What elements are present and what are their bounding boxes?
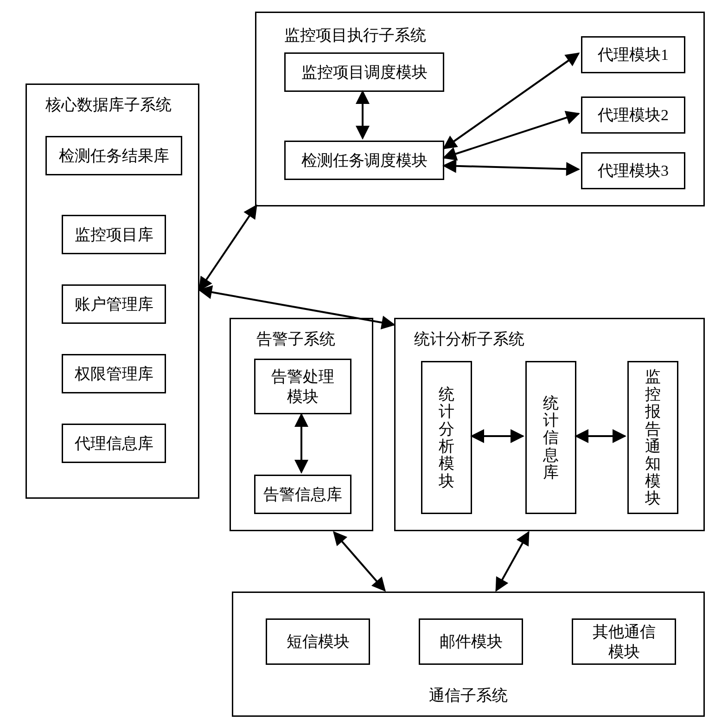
stats-subsystem: 统计分析子系统 统计分析模块 统计信息库 监控报告通知模块 [394,318,705,531]
exec-agent2-label: 代理模块2 [582,105,684,125]
arrow-core-exec [199,206,256,290]
db-agents-label: 代理信息库 [63,433,165,453]
comm-mail: 邮件模块 [419,618,523,665]
stats-store-label: 统计信息库 [527,362,575,513]
core-db-title: 核心数据库子系统 [45,94,172,116]
stats-report-label: 监控报告通知模块 [629,362,677,513]
comm-other-label: 其他通信 模块 [573,622,675,662]
db-accounts: 账户管理库 [62,284,166,324]
arrow-stats-comm [496,532,529,591]
db-perms: 权限管理库 [62,354,166,393]
exec-agent2: 代理模块2 [581,97,685,134]
alarm-store: 告警信息库 [254,475,351,514]
comm-other: 其他通信 模块 [572,618,676,665]
db-perms-label: 权限管理库 [63,364,165,384]
db-projects-label: 监控项目库 [63,225,165,244]
alarm-subsystem: 告警子系统 告警处理 模块 告警信息库 [230,318,373,531]
core-db-subsystem: 核心数据库子系统 检测任务结果库 监控项目库 账户管理库 权限管理库 代理信息库 [26,84,199,499]
db-accounts-label: 账户管理库 [63,294,165,314]
exec-title: 监控项目执行子系统 [284,25,426,46]
exec-agent3-label: 代理模块3 [582,161,684,181]
comm-mail-label: 邮件模块 [420,632,522,652]
stats-store: 统计信息库 [525,361,576,514]
stats-analysis: 统计分析模块 [421,361,472,514]
db-projects: 监控项目库 [62,215,166,254]
exec-project-sched-label: 监控项目调度模块 [286,62,443,82]
exec-task-sched-label: 检测任务调度模块 [286,150,443,170]
exec-project-sched: 监控项目调度模块 [284,52,444,92]
comm-title: 通信子系统 [429,685,508,706]
arrow-alarm-comm [334,532,385,591]
stats-analysis-label: 统计分析模块 [422,362,471,513]
stats-title: 统计分析子系统 [414,328,524,350]
comm-subsystem: 通信子系统 短信模块 邮件模块 其他通信 模块 [232,592,705,717]
exec-agent1: 代理模块1 [581,36,685,73]
alarm-store-label: 告警信息库 [255,484,350,504]
exec-task-sched: 检测任务调度模块 [284,141,444,180]
db-results: 检测任务结果库 [45,136,182,175]
exec-subsystem: 监控项目执行子系统 监控项目调度模块 检测任务调度模块 代理模块1 代理模块2 … [255,12,705,206]
alarm-handler: 告警处理 模块 [254,359,351,414]
db-results-label: 检测任务结果库 [47,146,181,166]
comm-sms-label: 短信模块 [267,632,369,652]
exec-agent1-label: 代理模块1 [582,45,684,65]
db-agents: 代理信息库 [62,424,166,463]
stats-report: 监控报告通知模块 [627,361,678,514]
exec-agent3: 代理模块3 [581,152,685,189]
alarm-handler-label: 告警处理 模块 [255,367,350,406]
alarm-title: 告警子系统 [256,328,335,350]
comm-sms: 短信模块 [266,618,370,665]
